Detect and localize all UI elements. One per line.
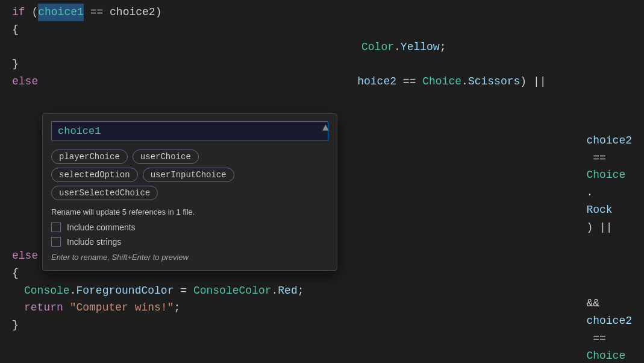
popup-region: choice2 == Choice . Rock ) || && choice2… <box>0 90 644 247</box>
suggestion-userSelectedChoice[interactable]: userSelectedChoice <box>51 186 158 200</box>
keyword-if: if <box>12 4 31 21</box>
rename-input-wrapper: ▲ <box>51 121 328 141</box>
code-line-2: { <box>0 21 644 39</box>
rename-input[interactable] <box>51 121 328 141</box>
include-strings-label: Include strings <box>67 237 121 247</box>
suggestions-row-2: selectedOption userInputChoice <box>51 168 328 182</box>
highlighted-word: choice1 <box>38 4 84 21</box>
include-strings-row: Include strings <box>51 237 328 247</box>
scrollbar-up-icon: ▲ <box>322 122 327 132</box>
suggestions-row-3: userSelectedChoice <box>51 186 328 200</box>
suggestion-playerChoice[interactable]: playerChoice <box>51 150 128 164</box>
right-code-block: choice2 == Choice . Rock ) || && choice2… <box>534 90 644 363</box>
code-editor: if ( choice1 == choice2) { Color . Yello… <box>0 4 644 363</box>
include-comments-checkbox[interactable] <box>51 223 61 232</box>
suggestion-selectedOption[interactable]: selectedOption <box>51 168 138 182</box>
code-line-3: Color . Yellow ; <box>0 39 644 56</box>
include-strings-checkbox[interactable] <box>51 237 61 247</box>
suggestion-userInputChoice[interactable]: userInputChoice <box>143 168 234 182</box>
include-comments-row: Include comments <box>51 223 328 232</box>
code-line-brace1: } <box>0 55 644 73</box>
include-comments-label: Include comments <box>67 223 136 232</box>
rename-popup: ▲ playerChoice userChoice selectedOption… <box>42 113 337 271</box>
rename-info: Rename will update 5 references in 1 fil… <box>51 207 328 216</box>
suggestion-userChoice[interactable]: userChoice <box>133 150 199 164</box>
code-line-else1: else hoice2 == Choice . Scissors ) || <box>0 73 644 90</box>
suggestions-row-1: playerChoice userChoice <box>51 150 328 164</box>
rename-hint: Enter to rename, Shift+Enter to preview <box>51 253 328 262</box>
code-line-1: if ( choice1 == choice2) <box>0 4 644 21</box>
